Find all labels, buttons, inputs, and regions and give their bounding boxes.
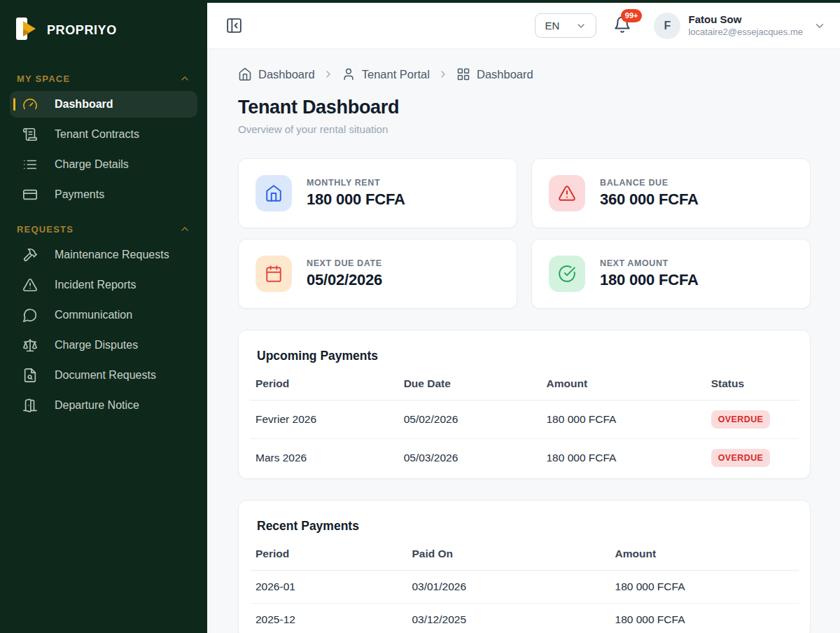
top-bar-right: EN 99+ F Fatou Sow locataire2@essejacque… [535, 13, 826, 39]
cell-period: Mars 2026 [250, 439, 398, 478]
list-icon [22, 157, 38, 172]
gauge-icon [22, 97, 38, 112]
grid-icon [456, 67, 470, 81]
chevron-right-icon [323, 69, 334, 80]
breadcrumb: Dashboard Tenant Portal Dashboard [238, 67, 811, 81]
sidebar-item-payments[interactable]: Payments [10, 181, 197, 208]
stat-card-monthly-rent: MONTHLY RENT 180 000 FCFA [238, 158, 517, 228]
sidebar-item-label: Departure Notice [55, 399, 139, 412]
stat-card-next-due-date: NEXT DUE DATE 05/02/2026 [238, 239, 517, 309]
chevron-right-icon [438, 69, 449, 80]
sidebar-item-label: Charge Disputes [55, 339, 138, 352]
recent-payments-card: Recent Payments Period Paid On Amount 20… [238, 500, 811, 633]
sidebar-item-document-requests[interactable]: Document Requests [10, 362, 197, 389]
cell-paid-on: 03/12/2025 [406, 604, 609, 633]
cell-amount: 180 000 FCFA [610, 604, 799, 633]
sidebar-item-label: Document Requests [55, 369, 156, 382]
sidebar-item-label: Tenant Contracts [55, 128, 139, 141]
cell-period: 2026-01 [250, 571, 406, 604]
user-menu[interactable]: F Fatou Sow locataire2@essejacques.me [654, 13, 826, 39]
sidebar-section-requests[interactable]: REQUESTS [10, 223, 197, 235]
cell-period: Fevrier 2026 [250, 401, 398, 439]
calendar-icon [255, 256, 292, 292]
table-row: Mars 2026 05/03/2026 180 000 FCFA OVERDU… [250, 439, 799, 478]
page-subtitle: Overview of your rental situation [238, 123, 811, 135]
notifications-button[interactable]: 99+ [613, 15, 631, 36]
table-row: Fevrier 2026 05/02/2026 180 000 FCFA OVE… [250, 401, 799, 439]
recent-payments-table: Period Paid On Amount 2026-01 03/01/2026… [250, 542, 799, 633]
sidebar-item-maintenance-requests[interactable]: Maintenance Requests [10, 242, 197, 268]
alert-triangle-icon [549, 175, 585, 211]
sidebar-item-departure-notice[interactable]: Departure Notice [10, 392, 197, 419]
column-header-amount: Amount [610, 542, 799, 571]
cell-due-date: 05/02/2026 [398, 401, 541, 439]
door-open-icon [22, 398, 38, 413]
stat-card-next-amount: NEXT AMOUNT 180 000 FCFA [531, 239, 811, 309]
upcoming-payments-table: Period Due Date Amount Status Fevrier 20… [250, 372, 799, 477]
recent-payments-title: Recent Payments [257, 519, 792, 534]
table-row: 2026-01 03/01/2026 180 000 FCFA [250, 571, 799, 604]
stat-value: 360 000 FCFA [600, 190, 699, 209]
chevron-down-icon [575, 20, 587, 32]
hammer-icon [22, 247, 38, 263]
cell-amount: 180 000 FCFA [541, 439, 706, 478]
avatar: F [654, 13, 680, 39]
sidebar-item-label: Payments [55, 188, 104, 201]
top-bar: EN 99+ F Fatou Sow locataire2@essejacque… [207, 3, 840, 49]
chat-bubble-icon [22, 307, 38, 323]
sidebar-nav-my-space: Dashboard Tenant Contracts Charge Detail… [10, 91, 197, 208]
column-header-period: Period [250, 542, 406, 571]
home-icon [238, 67, 252, 81]
table-header-row: Period Due Date Amount Status [250, 372, 799, 401]
scroll-icon [22, 127, 38, 142]
sidebar-collapse-button[interactable] [224, 15, 244, 36]
alert-triangle-icon [22, 277, 38, 293]
cell-amount: 180 000 FCFA [610, 571, 799, 604]
stat-value: 05/02/2026 [307, 271, 382, 289]
home-icon [255, 175, 292, 211]
sidebar-item-tenant-contracts[interactable]: Tenant Contracts [10, 121, 197, 148]
sidebar-item-incident-reports[interactable]: Incident Reports [10, 272, 197, 298]
column-header-amount: Amount [541, 372, 706, 401]
sidebar: PROPRIYO MY SPACE Dashboard Tenant Contr… [0, 0, 207, 633]
cell-due-date: 05/03/2026 [398, 439, 541, 478]
notification-count-badge: 99+ [621, 9, 643, 22]
stat-label: NEXT AMOUNT [600, 258, 699, 268]
column-header-period: Period [250, 372, 398, 401]
sidebar-item-communication[interactable]: Communication [10, 302, 197, 328]
brand-logo-icon [15, 15, 38, 45]
breadcrumb-separator [323, 69, 334, 80]
breadcrumb-item-dashboard[interactable]: Dashboard [238, 67, 315, 81]
credit-card-icon [22, 187, 38, 202]
breadcrumb-label: Dashboard [258, 68, 315, 81]
sidebar-item-label: Charge Details [55, 158, 129, 171]
language-select[interactable]: EN [535, 13, 596, 38]
sidebar-item-label: Maintenance Requests [55, 249, 169, 261]
sidebar-item-charge-details[interactable]: Charge Details [10, 151, 197, 178]
cell-amount: 180 000 FCFA [541, 401, 706, 439]
user-email: locataire2@essejacques.me [688, 27, 803, 38]
breadcrumb-item-tenant-portal[interactable]: Tenant Portal [342, 67, 430, 81]
stat-label: MONTHLY RENT [307, 178, 405, 188]
sidebar-section-my-space[interactable]: MY SPACE [10, 73, 197, 84]
chevron-down-icon [813, 20, 826, 32]
column-header-paid-on: Paid On [406, 542, 609, 571]
sidebar-item-label: Dashboard [55, 98, 113, 111]
sidebar-item-dashboard[interactable]: Dashboard [10, 91, 197, 118]
breadcrumb-label: Dashboard [477, 68, 533, 81]
sidebar-item-charge-disputes[interactable]: Charge Disputes [10, 332, 197, 359]
table-header-row: Period Paid On Amount [250, 542, 799, 571]
status-badge: OVERDUE [711, 449, 771, 467]
sidebar-item-label: Incident Reports [55, 279, 136, 291]
main-area: EN 99+ F Fatou Sow locataire2@essejacque… [207, 0, 840, 633]
breadcrumb-item-current-dashboard[interactable]: Dashboard [456, 67, 533, 81]
stats-grid: MONTHLY RENT 180 000 FCFA BALANCE DUE 36… [238, 158, 811, 309]
stat-label: BALANCE DUE [600, 178, 699, 188]
cell-paid-on: 03/01/2026 [406, 571, 609, 604]
check-circle-icon [549, 256, 585, 292]
stat-value: 180 000 FCFA [307, 190, 405, 209]
stat-label: NEXT DUE DATE [307, 258, 382, 268]
app-root: PROPRIYO MY SPACE Dashboard Tenant Contr… [0, 0, 840, 633]
cell-status: OVERDUE [706, 439, 799, 478]
section-label-my-space: MY SPACE [17, 74, 70, 84]
